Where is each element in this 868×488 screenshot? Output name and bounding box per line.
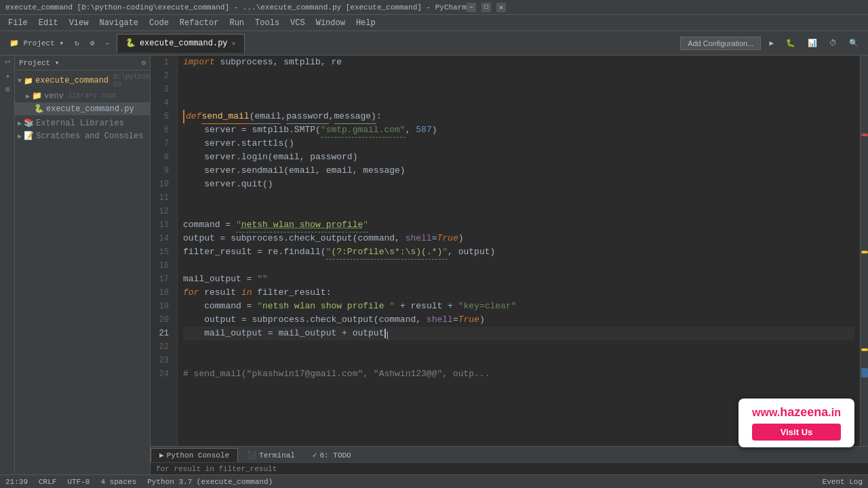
run-button[interactable]: ▶	[765, 37, 778, 49]
menu-navigate[interactable]: Navigate	[94, 17, 144, 29]
code-line-11	[183, 191, 854, 205]
menu-help[interactable]: Help	[351, 17, 381, 29]
linenum-19: 19	[151, 300, 173, 313]
menu-run[interactable]: Run	[224, 17, 250, 29]
add-configuration-button[interactable]: Add Configuration...	[680, 37, 761, 50]
code-line-10: ⊞ server.quit()	[183, 178, 854, 191]
status-indent[interactable]: 4 spaces	[100, 478, 136, 486]
python-console-tab[interactable]: ▶ Python Console	[151, 448, 238, 462]
sidebar-gear-icon[interactable]: ⚙	[141, 58, 146, 67]
watermark-url-brand: hazeena	[780, 405, 828, 419]
minimize-button[interactable]: –	[467, 3, 476, 12]
event-log-link[interactable]: Event Log	[823, 478, 863, 486]
menu-code[interactable]: Code	[144, 17, 174, 29]
editor-content: 1 2 3 4 5 6 7 8 9 10 11 12 13 14 15 16 1…	[151, 56, 868, 446]
structure-tool-btn[interactable]: ⊞	[3, 87, 11, 92]
code-line-6: server = smtplib.SMTP("smtp.gmail.com", …	[183, 123, 854, 137]
status-position[interactable]: 21:39	[5, 478, 28, 486]
status-line-sep[interactable]: CRLF	[39, 478, 56, 486]
tree-item-venv[interactable]: ▶ 📁 venv library root	[15, 89, 150, 102]
menu-refactor[interactable]: Refactor	[174, 17, 224, 29]
tree-arrow-venv: ▶	[26, 92, 30, 100]
menu-view[interactable]: View	[64, 17, 94, 29]
folder-icon-venv: 📁	[32, 91, 42, 101]
debug-button[interactable]: 🐛	[782, 37, 800, 49]
bottom-hint-bar: for result in filter_result	[151, 462, 868, 474]
menu-tools[interactable]: Tools	[250, 17, 285, 29]
tree-item-execute-command-py[interactable]: 🐍 execute_command.py	[15, 102, 150, 115]
toolbar-collapse[interactable]: –	[101, 37, 114, 49]
linenum-22: 22	[151, 340, 173, 354]
maximize-button[interactable]: □	[481, 3, 491, 12]
project-tool-btn[interactable]: 1	[3, 60, 11, 64]
close-button[interactable]: ✕	[496, 3, 506, 12]
tree-label-execute: execute_command	[35, 76, 108, 85]
linenum-20: 20	[151, 313, 173, 327]
warning-marker	[861, 251, 868, 253]
profile-button[interactable]: ⏱	[825, 37, 841, 49]
tree-item-scratches[interactable]: ▶ 📝 Scratches and Consoles	[15, 129, 150, 142]
code-line-4	[183, 96, 854, 110]
titlebar-controls: – □ ✕	[467, 3, 506, 12]
warning-marker-2	[861, 348, 868, 351]
code-line-12	[183, 205, 854, 218]
code-line-22	[183, 340, 854, 354]
code-line-19: command = "netsh wlan show profile " + r…	[183, 300, 854, 313]
python-console-label: Python Console	[167, 451, 229, 460]
current-pos-marker	[861, 368, 868, 378]
todo-icon: ✓	[313, 451, 317, 460]
linenum-14: 14	[151, 232, 173, 245]
status-encoding[interactable]: UTF-8	[67, 478, 90, 486]
menu-edit[interactable]: Edit	[33, 17, 64, 29]
linenum-12: 12	[151, 205, 173, 218]
tree-label-scratches: Scratches and Consoles	[36, 131, 143, 141]
linenum-6: 6	[151, 123, 173, 137]
error-marker	[861, 134, 868, 136]
project-dropdown[interactable]: 📁 Project ▾	[5, 37, 68, 49]
code-line-7: server.starttls()	[183, 137, 854, 150]
tree-item-execute-command[interactable]: ▼ 📁 execute_command D:\python-co	[15, 72, 150, 89]
bottom-panel-tabs: ▶ Python Console ⬛ Terminal ✓ 6: TODO	[151, 446, 868, 462]
watermark-url-suffix: .in	[828, 407, 841, 418]
linenum-3: 3	[151, 83, 173, 96]
menu-window[interactable]: Window	[311, 17, 351, 29]
linenum-18: 18	[151, 286, 173, 300]
code-line-14: output = subprocess.check_output(command…	[183, 232, 854, 245]
toolbar-sync[interactable]: ↻	[71, 37, 83, 49]
favorites-tool-btn[interactable]: ★	[3, 72, 11, 79]
vcs-button[interactable]: 🔍	[845, 37, 863, 49]
watermark-url-prefix: www.	[752, 407, 780, 418]
toolbar-right: Add Configuration... ▶ 🐛 📊 ⏱ 🔍	[680, 37, 863, 50]
tab-label: execute_command.py	[140, 39, 228, 48]
linenum-17: 17	[151, 272, 173, 286]
toolbar-settings[interactable]: ⚙	[86, 37, 99, 49]
editor-tab-execute-command[interactable]: 🐍 execute_command.py ✕	[117, 34, 245, 53]
todo-tab[interactable]: ✓ 6: TODO	[304, 448, 360, 462]
linenum-13: 13	[151, 218, 173, 232]
watermark-overlay: www.hazeena.in Visit Us	[738, 399, 854, 447]
status-python[interactable]: Python 3.7 (execute_command)	[147, 478, 273, 486]
linenum-16: 16	[151, 259, 173, 272]
todo-label: 6: TODO	[319, 451, 351, 460]
code-line-24: # send_mail("pkashwin17@gmail.com", "Ash…	[183, 367, 854, 381]
menubar: File Edit View Navigate Code Refactor Ru…	[0, 15, 868, 31]
tree-label-execute-py: execute_command.py	[46, 104, 134, 114]
code-editor[interactable]: import subprocess, smtplib, re def send_…	[178, 56, 860, 446]
menu-file[interactable]: File	[3, 17, 33, 29]
linenum-23: 23	[151, 354, 173, 367]
coverage-button[interactable]: 📊	[804, 37, 821, 49]
tab-icon: 🐍	[125, 38, 136, 48]
tree-sublabel-venv: library root	[68, 92, 117, 100]
watermark-visit-button[interactable]: Visit Us	[752, 424, 841, 441]
folder-icon-execute: 📁	[24, 77, 33, 85]
code-line-17: mail_output = ""	[183, 272, 854, 286]
linenum-9: 9	[151, 164, 173, 178]
code-line-8: server.login(email, password)	[183, 150, 854, 164]
terminal-tab[interactable]: ⬛ Terminal	[238, 448, 304, 462]
menu-vcs[interactable]: VCS	[285, 17, 311, 29]
code-line-23	[183, 354, 854, 367]
folder-icon-scratches: 📝	[24, 131, 34, 141]
tree-item-external-libs[interactable]: ▶ 📚 External Libraries	[15, 117, 150, 129]
code-line-5: def send_mail(email, password, message):	[183, 110, 854, 123]
tab-close-icon[interactable]: ✕	[232, 39, 236, 47]
